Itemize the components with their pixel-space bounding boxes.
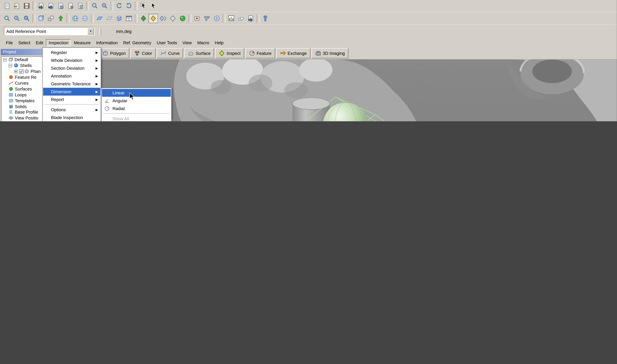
ribbon-tab-feature[interactable]: Feature (245, 48, 275, 58)
menu-item-whole-deviation[interactable]: Whole Deviation▶ (43, 56, 100, 64)
menubar-item-ref-geometry[interactable]: Ref. Geometry (121, 39, 154, 46)
ribbon-tab-3d-imaging[interactable]: 3D Imaging (311, 48, 349, 58)
shade-flat-icon[interactable] (148, 13, 158, 23)
menubar-item-information[interactable]: Information (94, 39, 121, 46)
zoom-fit-icon[interactable] (12, 13, 22, 23)
plane-display-icon[interactable] (95, 13, 104, 23)
ribbon-tab-exchange[interactable]: Exchange (276, 48, 310, 58)
ribbon-tab-curve[interactable]: Curve (157, 48, 183, 58)
region-select-icon[interactable] (192, 13, 202, 23)
submenu-arrow-icon: ▶ (96, 74, 98, 78)
curve-icon (160, 50, 167, 57)
submenu-item-angular[interactable]: Angular (102, 97, 171, 104)
tree-item-label: Loops (14, 92, 27, 97)
view-up-icon[interactable] (56, 13, 66, 23)
menubar-item-measure[interactable]: Measure (71, 39, 93, 46)
menu-separator (44, 104, 99, 105)
probe-icon[interactable] (261, 13, 270, 23)
units-label: mm,deg (116, 29, 132, 34)
menu-item-report[interactable]: Report▶ (43, 96, 100, 104)
submenu-item-label: Angular (112, 98, 127, 103)
menubar-item-file[interactable]: File (3, 39, 15, 46)
collapse-minus-icon[interactable] (9, 64, 13, 67)
shade-wire-icon[interactable] (158, 13, 168, 23)
zoom-window-icon[interactable] (22, 13, 31, 23)
import-icon[interactable] (37, 1, 46, 11)
menu-item-annotation[interactable]: Annotation▶ (43, 72, 100, 80)
redo-icon[interactable] (124, 1, 134, 11)
ribbon-tab-inspect[interactable]: Inspect (215, 48, 244, 58)
undo-icon[interactable] (114, 1, 124, 11)
grid-display-icon[interactable] (105, 13, 114, 23)
toolbar-view (0, 12, 617, 25)
menu-item-options[interactable]: Options▶ (43, 106, 100, 114)
tree-item-label: Templates (14, 98, 35, 103)
shells-icon (14, 63, 19, 68)
tree-item-label: Feature Re (14, 75, 37, 79)
menu-separator (103, 113, 170, 114)
menubar-item-edit[interactable]: Edit (33, 39, 46, 46)
tree-item-label: View Positio (14, 116, 39, 120)
menu-item-blade-inspection[interactable]: Blade Inspection (43, 114, 100, 121)
open-file-icon[interactable] (12, 1, 22, 11)
select-arrow-icon[interactable] (148, 1, 158, 11)
radial-dimension-icon (104, 106, 110, 111)
find-icon[interactable] (90, 1, 100, 11)
feature-icon (9, 75, 14, 79)
mesh-sphere-icon[interactable] (212, 13, 221, 23)
menu-item-geometric-tolerance[interactable]: Geometric Tolerance▶ (43, 80, 100, 88)
box-display-icon[interactable] (114, 13, 124, 23)
multi-view-icon[interactable] (46, 13, 56, 23)
point-cloud-icon[interactable] (178, 13, 187, 23)
visibility-checkbox[interactable] (19, 69, 24, 74)
export-report-icon[interactable] (246, 13, 255, 23)
menubar-item-inspection[interactable]: Inspection (46, 39, 71, 46)
toolbar-grip (100, 27, 101, 35)
pick-filter-icon[interactable] (139, 1, 148, 11)
submenu-item-radial[interactable]: Radial (102, 104, 171, 112)
submenu-item-linear[interactable]: Linear (102, 89, 171, 97)
menu-item-register[interactable]: Register▶ (43, 49, 100, 56)
submenu-arrow-icon: ▶ (96, 66, 98, 70)
ribbon-tab-polygon[interactable]: Polygon (99, 48, 129, 58)
ribbon-tab-label: Feature (256, 51, 271, 56)
submenu-item-label: Linear (112, 91, 124, 95)
menubar-item-help[interactable]: Help (212, 39, 226, 46)
submenu-item-show-all[interactable]: Show All (102, 115, 171, 121)
calculator-icon[interactable] (76, 1, 85, 11)
mesh-view-icon[interactable] (37, 13, 46, 23)
snapshot-icon[interactable] (56, 1, 66, 11)
menubar-item-user-tools[interactable]: User Tools (154, 39, 180, 46)
command-combo[interactable]: Add Reference Point ▼ (4, 27, 95, 35)
menu-item-label: Options (51, 107, 66, 112)
new-file-icon[interactable] (2, 1, 12, 11)
chevron-down-icon[interactable]: ▼ (87, 28, 94, 35)
angular-dimension-icon (104, 98, 110, 104)
shade-smooth-icon[interactable] (139, 13, 148, 23)
shade-transparent-icon[interactable] (168, 13, 177, 23)
ribbon-tab-surface[interactable]: Surface (184, 48, 214, 58)
save-file-icon[interactable] (22, 1, 31, 11)
settings-doc-icon[interactable] (66, 1, 75, 11)
spin-view-icon[interactable] (80, 13, 90, 23)
menu-item-dimension[interactable]: Dimension▶ (43, 88, 100, 96)
export-icon[interactable] (46, 1, 56, 11)
ribbon-tab-label: Polygon (110, 51, 126, 56)
menu-item-section-deviation[interactable]: Section Deviation▶ (43, 64, 100, 72)
expand-plus-icon[interactable] (14, 70, 18, 73)
zoom-icon[interactable] (2, 13, 12, 23)
inspection-menu: Register▶Whole Deviation▶Section Deviati… (42, 47, 101, 121)
rotate-view-icon[interactable] (70, 13, 80, 23)
toolbar-separator (257, 14, 259, 23)
ribbon-tab-color[interactable]: Color (130, 48, 156, 58)
menubar-item-select[interactable]: Select (15, 39, 33, 46)
preview-icon[interactable] (100, 1, 109, 11)
split-view-icon[interactable] (124, 13, 134, 23)
3d-imaging-icon (315, 50, 321, 57)
chart-icon[interactable] (227, 13, 236, 23)
collapse-minus-icon[interactable] (3, 58, 7, 62)
menubar-item-view[interactable]: View (180, 39, 195, 46)
menubar-item-macro[interactable]: Macro (195, 39, 212, 46)
measure-icon[interactable] (202, 13, 212, 23)
cloud-icon[interactable] (236, 13, 246, 23)
